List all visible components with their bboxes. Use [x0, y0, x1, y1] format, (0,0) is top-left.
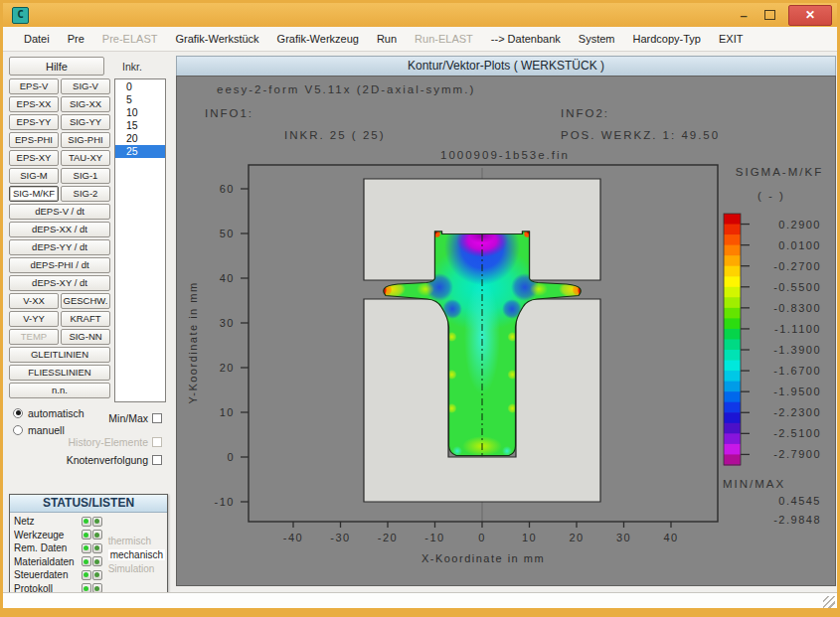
- status-label-netz: Netz: [14, 516, 81, 527]
- status-led-materialdaten-1[interactable]: [82, 556, 91, 566]
- plot-btn-sig-phi[interactable]: SIG-PHI: [61, 132, 110, 148]
- check-history-elemente-label: History-Elemente: [68, 436, 148, 448]
- close-button[interactable]: ✕: [788, 5, 832, 26]
- menu-grafik-werkst-ck[interactable]: Grafik-Werkstück: [166, 33, 267, 45]
- status-listen-panel: STATUS/LISTEN NetzWerkzeugeRem. DatenMat…: [9, 494, 168, 600]
- status-label-werkzeuge: Werkzeuge: [14, 530, 81, 540]
- menu-system[interactable]: System: [570, 33, 624, 45]
- plot-btn-deps-yy-dt[interactable]: dEPS-YY / dt: [9, 239, 110, 255]
- menu-datei[interactable]: Datei: [15, 33, 59, 45]
- svg-text:-1.9500: -1.9500: [773, 386, 821, 397]
- plot-btn-deps-xy-dt[interactable]: dEPS-XY / dt: [9, 275, 110, 291]
- plot-btn-sig-m[interactable]: SIG-M: [9, 168, 59, 184]
- plot-info2-label: INFO2:: [561, 107, 609, 119]
- plot-btn-v-xx[interactable]: V-XX: [9, 293, 59, 309]
- inkr-option-25[interactable]: 25: [115, 145, 165, 158]
- menu-exit[interactable]: EXIT: [710, 33, 752, 45]
- plot-btn-sig-1[interactable]: SIG-1: [61, 168, 110, 184]
- minimize-button[interactable]: –: [731, 8, 756, 23]
- plot-btn-gleitlinien[interactable]: GLEITLINIEN: [9, 347, 110, 363]
- svg-text:10: 10: [522, 532, 537, 543]
- plot-btn-fliesslinien[interactable]: FLIESSLINIEN: [9, 365, 110, 381]
- increment-label: Inkr.: [122, 61, 142, 73]
- status-led-netz-1[interactable]: [82, 517, 91, 527]
- status-side-simulation: Simulation: [108, 563, 165, 574]
- svg-text:50: 50: [220, 228, 235, 239]
- check-history-elemente-box[interactable]: [152, 437, 162, 447]
- plot-btn-sig-2[interactable]: SIG-2: [61, 186, 110, 202]
- svg-text:-40: -40: [283, 532, 303, 543]
- status-led-materialdaten-2[interactable]: [92, 556, 102, 566]
- legend-title: SIGMA-M/KF: [736, 166, 823, 178]
- status-led-steuerdaten-2[interactable]: [92, 570, 102, 580]
- status-label-materialdaten: Materialdaten: [14, 556, 81, 567]
- resize-grip[interactable]: [823, 596, 835, 608]
- plot-btn-sig-yy[interactable]: SIG-YY: [61, 114, 110, 130]
- svg-text:-2.7900: -2.7900: [773, 448, 821, 460]
- radio-manuell-label: manuell: [28, 424, 65, 436]
- status-led-werkzeuge-2[interactable]: [92, 530, 102, 540]
- menu-run[interactable]: Run: [368, 33, 406, 45]
- inkr-option-20[interactable]: 20: [115, 132, 165, 145]
- plot-btn-sig-m-kf[interactable]: SIG-M/KF: [9, 186, 59, 202]
- check-min-max-box[interactable]: [152, 413, 162, 423]
- status-led-steuerdaten-1[interactable]: [82, 570, 91, 580]
- plot-btn-v-yy[interactable]: V-YY: [9, 311, 59, 327]
- svg-text:-20: -20: [378, 532, 398, 543]
- menu-grafik-werkzeug[interactable]: Grafik-Werkzeug: [268, 33, 368, 45]
- status-led-werkzeuge-1[interactable]: [82, 530, 91, 540]
- check-knotenverfolgung-box[interactable]: [152, 455, 162, 465]
- check-knotenverfolgung[interactable]: Knotenverfolgung: [67, 454, 162, 466]
- maximize-button[interactable]: [756, 10, 782, 20]
- svg-text:30: 30: [616, 532, 631, 543]
- status-label-rem-daten: Rem. Daten: [14, 542, 81, 553]
- status-led-netz-2[interactable]: [92, 517, 102, 527]
- plot-btn-eps-phi[interactable]: EPS-PHI: [9, 132, 59, 148]
- plot-btn-eps-v[interactable]: EPS-V: [9, 78, 59, 94]
- inkr-option-5[interactable]: 5: [115, 93, 165, 106]
- radio-manuell[interactable]: manuell: [13, 423, 168, 436]
- plot-tool-position-line: POS. WERKZ. 1: 49.50: [561, 129, 720, 141]
- plot-filename: 1000909-1b53e.fin: [440, 149, 570, 161]
- svg-text:-1.6700: -1.6700: [773, 365, 821, 377]
- svg-text:0.2900: 0.2900: [778, 219, 821, 231]
- status-row-rem-daten: Rem. Daten: [14, 541, 102, 555]
- plot-btn-sig-v[interactable]: SIG-V: [61, 78, 110, 94]
- menu-run-elast[interactable]: Run-ELAST: [406, 33, 482, 45]
- help-button[interactable]: Hilfe: [9, 57, 104, 76]
- status-led-rem-daten-2[interactable]: [92, 543, 102, 553]
- plot-btn-sig-xx[interactable]: SIG-XX: [61, 96, 110, 112]
- svg-text:-2.5100: -2.5100: [773, 427, 821, 439]
- inkr-option-15[interactable]: 15: [115, 119, 165, 132]
- plot-btn-deps-xx-dt[interactable]: dEPS-XX / dt: [9, 222, 110, 237]
- plot-btn-deps-phi-dt[interactable]: dEPS-PHI / dt: [9, 257, 110, 273]
- svg-text:-1.1100: -1.1100: [774, 323, 821, 335]
- plot-btn-sig-nn[interactable]: SIG-NN: [61, 329, 110, 345]
- plot-btn-geschw[interactable]: GESCHW.: [61, 293, 110, 309]
- svg-text:-1.3900: -1.3900: [773, 344, 821, 356]
- check-min-max[interactable]: Min/Max: [108, 412, 162, 424]
- menu-pre-elast[interactable]: Pre-ELAST: [93, 33, 167, 45]
- menu-pre[interactable]: Pre: [59, 33, 93, 45]
- plot-btn-kraft[interactable]: KRAFT: [61, 311, 110, 327]
- plot-btn-deps-v-dt[interactable]: dEPS-V / dt: [9, 204, 110, 220]
- svg-text:10: 10: [220, 406, 235, 418]
- plot-btn-eps-xx[interactable]: EPS-XX: [9, 96, 59, 112]
- plot-btn-eps-yy[interactable]: EPS-YY: [9, 114, 59, 130]
- plot-btn-n-n[interactable]: n.n.: [9, 383, 110, 398]
- menu-bar: DateiPrePre-ELASTGrafik-WerkstückGrafik-…: [3, 27, 837, 52]
- svg-text:60: 60: [220, 183, 235, 195]
- menu-datenbank[interactable]: --> Datenbank: [482, 33, 570, 45]
- plot-btn-tau-xy[interactable]: TAU-XY: [61, 150, 110, 166]
- check-history-elemente[interactable]: History-Elemente: [68, 436, 162, 448]
- status-bar: [3, 592, 837, 610]
- menu-hardcopy-typ[interactable]: Hardcopy-Typ: [624, 33, 710, 45]
- status-led-rem-daten-1[interactable]: [82, 543, 91, 553]
- svg-text:40: 40: [220, 272, 235, 284]
- inkr-option-0[interactable]: 0: [115, 80, 165, 93]
- inkr-option-10[interactable]: 10: [115, 106, 165, 119]
- status-row-materialdaten: Materialdaten: [14, 555, 102, 569]
- status-side-mechanisch: mechanisch: [108, 549, 165, 560]
- plot-btn-temp[interactable]: TEMP: [9, 329, 59, 345]
- plot-btn-eps-xy[interactable]: EPS-XY: [9, 150, 59, 166]
